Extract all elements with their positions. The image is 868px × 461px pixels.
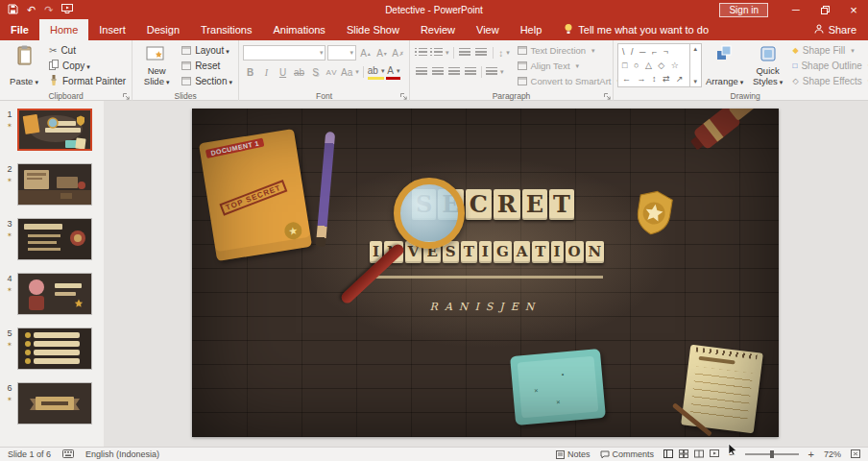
comments-button[interactable]: Comments bbox=[600, 449, 655, 459]
justify-button[interactable] bbox=[463, 64, 477, 80]
accessibility-icon[interactable] bbox=[62, 449, 74, 460]
font-color-button[interactable]: A bbox=[386, 64, 400, 80]
clear-formatting-button[interactable]: A✗ bbox=[391, 45, 405, 61]
tab-home[interactable]: Home bbox=[39, 19, 88, 40]
text-direction-button[interactable]: Text Direction bbox=[516, 43, 622, 58]
layout-button[interactable]: Layout bbox=[180, 43, 234, 58]
reading-view-button[interactable] bbox=[694, 449, 704, 460]
close-button[interactable]: × bbox=[839, 0, 868, 19]
slide-thumbnail-6[interactable]: 6✶ bbox=[5, 382, 100, 425]
slide-title-word-2[interactable]: INVESTIGATION bbox=[369, 241, 605, 263]
zoom-level[interactable]: 72% bbox=[824, 449, 841, 459]
bold-button[interactable]: B bbox=[243, 64, 257, 80]
text-shadow-button[interactable]: S bbox=[308, 64, 323, 80]
folder-graphic[interactable]: DOCUMENT 1 TOP SECRET ★ bbox=[199, 129, 312, 261]
character-spacing-button[interactable]: AV bbox=[325, 64, 339, 80]
slide-thumbnail-3[interactable]: 3✶ bbox=[5, 218, 100, 260]
slide-thumbnail-4[interactable]: 4✶ bbox=[5, 273, 100, 315]
tab-view[interactable]: View bbox=[466, 19, 510, 40]
police-badge-graphic[interactable] bbox=[630, 186, 678, 242]
shapes-row-basic[interactable]: □ ○ △ ◇ ☆ bbox=[622, 60, 686, 71]
bullets-button[interactable] bbox=[414, 45, 428, 61]
reset-button[interactable]: Reset bbox=[180, 59, 234, 73]
tab-insert[interactable]: Insert bbox=[88, 19, 136, 40]
start-slideshow-icon[interactable] bbox=[61, 4, 73, 15]
slide-thumbnail-1[interactable]: 1✶ bbox=[5, 109, 100, 151]
magnifying-glass-graphic[interactable] bbox=[394, 178, 465, 249]
underline-button[interactable]: U bbox=[276, 64, 290, 80]
slide-thumbnail-art[interactable] bbox=[17, 273, 92, 315]
copy-button[interactable]: Copy bbox=[47, 59, 128, 73]
align-center-button[interactable] bbox=[430, 64, 445, 80]
share-button[interactable]: Share bbox=[803, 19, 868, 40]
normal-view-button[interactable] bbox=[663, 449, 673, 460]
paragraph-dialog-launcher[interactable] bbox=[604, 93, 611, 100]
redo-icon[interactable]: ↷ bbox=[44, 5, 53, 15]
minimize-button[interactable]: ─ bbox=[782, 0, 810, 19]
notepad-graphic[interactable] bbox=[681, 345, 763, 434]
strikethrough-button[interactable]: ab bbox=[292, 64, 306, 80]
shape-fill-button[interactable]: ◆ Shape Fill bbox=[791, 43, 868, 58]
paste-button[interactable]: Paste bbox=[4, 43, 44, 89]
convert-smartart-button[interactable]: Convert to SmartArt bbox=[516, 74, 622, 88]
restore-button[interactable] bbox=[810, 0, 839, 19]
shapes-row-arrows[interactable]: ← → ↕ ⇄ ↗ bbox=[622, 73, 686, 85]
tab-design[interactable]: Design bbox=[136, 19, 190, 40]
clipboard-dialog-launcher[interactable] bbox=[123, 93, 130, 100]
slide-sorter-view-button[interactable] bbox=[679, 449, 688, 460]
tab-slide-show[interactable]: Slide Show bbox=[336, 19, 410, 40]
decrease-indent-button[interactable] bbox=[458, 45, 472, 61]
section-button[interactable]: Section bbox=[180, 74, 234, 88]
shape-effects-button[interactable]: ◇ Shape Effects bbox=[791, 74, 868, 88]
align-text-button[interactable]: Align Text bbox=[516, 59, 622, 73]
save-icon[interactable] bbox=[8, 4, 18, 16]
undo-icon[interactable]: ↶ bbox=[27, 5, 36, 15]
tab-review[interactable]: Review bbox=[410, 19, 466, 40]
shapes-gallery[interactable]: \ / ─ ⌐ ¬ □ ○ △ ◇ ☆ ← → ↕ ⇄ ↗ ▲ ▼ bbox=[617, 43, 702, 87]
zoom-slider-thumb[interactable] bbox=[770, 450, 774, 458]
line-spacing-button[interactable]: ↕ bbox=[497, 45, 512, 61]
font-size-combo[interactable] bbox=[327, 45, 356, 61]
format-painter-button[interactable]: Format Painter bbox=[47, 74, 128, 88]
slide-thumbnail-2[interactable]: 2✶ bbox=[5, 163, 100, 206]
columns-button[interactable] bbox=[486, 64, 504, 80]
shapes-row-lines[interactable]: \ / ─ ⌐ ¬ bbox=[622, 46, 686, 58]
tab-transitions[interactable]: Transitions bbox=[190, 19, 262, 40]
author-text[interactable]: RANISJEN bbox=[192, 301, 779, 313]
zoom-slider[interactable] bbox=[745, 453, 799, 455]
language-indicator[interactable]: English (Indonesia) bbox=[85, 449, 159, 459]
slide-thumbnail-art[interactable] bbox=[17, 218, 92, 260]
increase-indent-button[interactable] bbox=[474, 45, 489, 61]
tab-help[interactable]: Help bbox=[510, 19, 553, 40]
slide-thumbnail-art[interactable] bbox=[17, 328, 92, 370]
cut-button[interactable]: ✂ Cut bbox=[47, 43, 128, 58]
new-slide-button[interactable]: New Slide bbox=[136, 43, 177, 89]
scroll-down-icon[interactable]: ▼ bbox=[692, 79, 698, 85]
align-left-button[interactable] bbox=[414, 64, 428, 80]
notes-button[interactable]: Notes bbox=[556, 449, 591, 459]
slide-1-editing-surface[interactable]: DOCUMENT 1 TOP SECRET ★ SECRET INVESTIGA… bbox=[192, 109, 779, 437]
arrange-button[interactable]: Arrange bbox=[705, 43, 745, 89]
slide-thumbnail-art[interactable] bbox=[17, 382, 92, 425]
italic-button[interactable]: I bbox=[259, 64, 274, 80]
highlight-color-button[interactable]: ab bbox=[368, 64, 385, 80]
slide-editor-canvas[interactable]: DOCUMENT 1 TOP SECRET ★ SECRET INVESTIGA… bbox=[104, 101, 868, 447]
numbering-button[interactable] bbox=[430, 45, 449, 61]
slide-show-view-button[interactable] bbox=[710, 449, 719, 460]
font-dialog-launcher[interactable] bbox=[400, 93, 407, 100]
tab-file[interactable]: File bbox=[0, 19, 39, 40]
scroll-up-icon[interactable]: ▲ bbox=[692, 46, 698, 52]
align-right-button[interactable] bbox=[446, 64, 461, 80]
fit-to-window-button[interactable] bbox=[851, 449, 860, 460]
shapes-gallery-scrollbar[interactable]: ▲ ▼ bbox=[689, 44, 701, 86]
slide-thumbnail-art[interactable] bbox=[17, 109, 92, 151]
tab-animations[interactable]: Animations bbox=[262, 19, 335, 40]
map-cloth-graphic[interactable]: × • × bbox=[510, 349, 606, 425]
slide-thumbnail-5[interactable]: 5✶ bbox=[5, 328, 100, 370]
shrink-font-button[interactable]: A▾ bbox=[374, 45, 389, 61]
sign-in-button[interactable]: Sign in bbox=[719, 3, 768, 17]
quick-styles-button[interactable]: Quick Styles bbox=[748, 43, 788, 89]
grow-font-button[interactable]: A▴ bbox=[358, 45, 373, 61]
shape-outline-button[interactable]: □ Shape Outline bbox=[791, 59, 868, 73]
slide-thumbnail-art[interactable] bbox=[17, 163, 92, 206]
